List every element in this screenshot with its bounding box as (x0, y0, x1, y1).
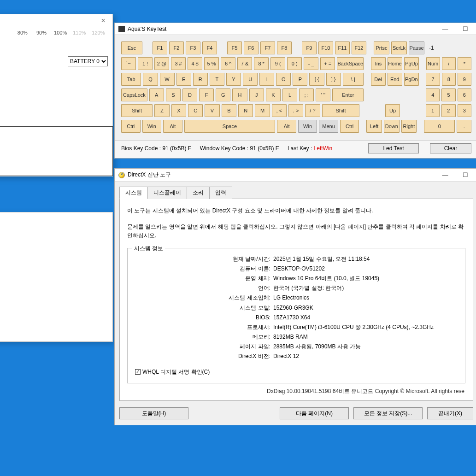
key-f6[interactable]: F6 (244, 41, 259, 54)
whql-checkbox[interactable]: ✓ (135, 369, 141, 375)
key-win[interactable]: Win (298, 120, 317, 133)
key--[interactable]: * (458, 57, 471, 70)
battery-selector[interactable]: BATTERY 0 (68, 56, 108, 66)
key-ins[interactable]: Ins (371, 57, 386, 70)
key-win[interactable]: Win (142, 120, 162, 133)
key-a[interactable]: A (149, 88, 164, 101)
key-down[interactable]: Down (384, 120, 400, 133)
key-b[interactable]: B (222, 104, 236, 117)
key-tab[interactable]: Tab (121, 73, 141, 86)
key-7[interactable]: 7 (426, 73, 440, 86)
key-1[interactable]: 1 (426, 104, 440, 117)
key--[interactable]: . > (288, 104, 303, 117)
key-d[interactable]: D (182, 88, 197, 101)
key-f10[interactable]: F10 (318, 41, 333, 54)
key-right[interactable]: Right (401, 120, 417, 133)
key-8[interactable]: 8 (442, 73, 456, 86)
key--[interactable]: ' '' (316, 88, 330, 101)
key-f8[interactable]: F8 (277, 41, 292, 54)
key-i[interactable]: I (259, 73, 274, 86)
key-6[interactable]: 6 (458, 88, 471, 101)
key-e[interactable]: E (176, 73, 191, 86)
maximize-icon[interactable]: ☐ (457, 25, 474, 32)
key-p[interactable]: P (293, 73, 307, 86)
key-9-[interactable]: 9 ( (270, 57, 285, 70)
key-8-[interactable]: 8 * (254, 57, 269, 70)
key-up[interactable]: Up (385, 104, 400, 117)
key-f11[interactable]: F11 (335, 41, 350, 54)
key--[interactable]: - _ (304, 57, 318, 70)
key-shift[interactable]: Shift (121, 104, 153, 117)
key-4-[interactable]: 4 $ (188, 57, 202, 70)
key--[interactable]: / ? (305, 104, 320, 117)
key-o[interactable]: O (276, 73, 291, 86)
key-backspace[interactable]: BackSpace (337, 57, 364, 70)
key-z[interactable]: Z (154, 104, 169, 117)
tab-디스플레이[interactable]: 디스플레이 (147, 187, 187, 199)
key-shift[interactable]: Shift (322, 104, 360, 117)
key-num[interactable]: Num (426, 57, 440, 70)
key-0[interactable]: 0 (424, 120, 455, 133)
key-f[interactable]: F (199, 88, 214, 101)
key-5-[interactable]: 5 % (204, 57, 219, 70)
key-esc[interactable]: Esc (121, 41, 142, 54)
key--[interactable]: ; : (299, 88, 314, 101)
key-6-[interactable]: 6 ^ (221, 57, 235, 70)
key-f7[interactable]: F7 (260, 41, 275, 54)
key-q[interactable]: Q (143, 73, 158, 86)
key-ctrl[interactable]: Ctrl (121, 120, 141, 133)
key-r[interactable]: R (193, 73, 208, 86)
save-all-button[interactable]: 모든 정보 저장(S)... (353, 407, 423, 419)
key-f1[interactable]: F1 (153, 41, 167, 54)
key-f3[interactable]: F3 (186, 41, 200, 54)
key-f12[interactable]: F12 (352, 41, 366, 54)
key-4[interactable]: 4 (426, 88, 440, 101)
key-1-[interactable]: 1 ! (138, 57, 153, 70)
key-space[interactable]: Space (184, 120, 276, 133)
key--[interactable]: ] } (326, 73, 341, 86)
key-alt[interactable]: Alt (163, 120, 182, 133)
key-x[interactable]: X (171, 104, 186, 117)
key-3[interactable]: 3 (458, 104, 471, 117)
key-y[interactable]: Y (226, 73, 241, 86)
key-pgup[interactable]: PgUp (404, 57, 419, 70)
key-g[interactable]: G (216, 88, 230, 101)
key-w[interactable]: W (160, 73, 175, 86)
key-m[interactable]: M (255, 104, 270, 117)
key-f4[interactable]: F4 (202, 41, 217, 54)
key-9[interactable]: 9 (458, 73, 471, 86)
key-del[interactable]: Del (371, 73, 386, 86)
key--[interactable]: + = (320, 57, 335, 70)
next-page-button[interactable]: 다음 페이지(N) (280, 407, 349, 419)
key-n[interactable]: N (238, 104, 253, 117)
key-0-[interactable]: 0 ) (287, 57, 302, 70)
key-t[interactable]: T (210, 73, 224, 86)
key-h[interactable]: H (232, 88, 247, 101)
exit-button[interactable]: 끝내기(X) (427, 407, 473, 419)
key--[interactable]: . (457, 120, 471, 133)
led-test-button[interactable]: Led Test (368, 143, 419, 153)
key-f5[interactable]: F5 (227, 41, 242, 54)
key--[interactable]: , < (272, 104, 287, 117)
key--[interactable]: [ { (309, 73, 324, 86)
key-7-[interactable]: 7 & (237, 57, 252, 70)
key-f9[interactable]: F9 (302, 41, 317, 54)
key-home[interactable]: Home (388, 57, 402, 70)
minimize-icon[interactable]: — (436, 25, 454, 32)
key-v[interactable]: V (205, 104, 219, 117)
key-2[interactable]: 2 (441, 104, 455, 117)
tab-입력[interactable]: 입력 (209, 187, 232, 199)
key-capslock[interactable]: CapsLock (121, 88, 147, 101)
whql-row[interactable]: ✓ WHQL 디지털 서명 확인(C) (135, 368, 458, 376)
tab-소리[interactable]: 소리 (187, 187, 210, 199)
key--[interactable]: `~ (121, 57, 136, 70)
key-2-[interactable]: 2 @ (154, 57, 169, 70)
key-scrlk[interactable]: ScrLk (391, 41, 407, 54)
dxdiag-titlebar[interactable]: DirectX 진단 도구 — ☐ (115, 169, 476, 182)
key--[interactable]: / (442, 57, 456, 70)
key-menu[interactable]: Menu (319, 120, 338, 133)
key-f2[interactable]: F2 (169, 41, 184, 54)
key-end[interactable]: End (388, 73, 402, 86)
help-button[interactable]: 도움말(H) (119, 407, 188, 419)
key--[interactable]: \ | (343, 73, 364, 86)
